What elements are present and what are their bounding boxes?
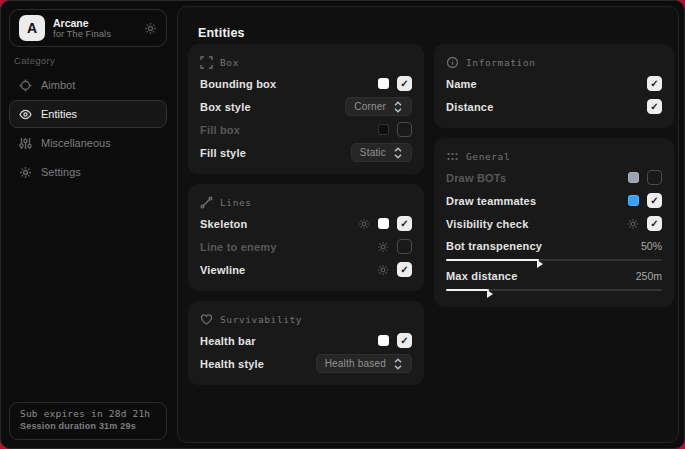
checkbox[interactable] (397, 216, 412, 231)
slider-value: 250m (636, 270, 662, 282)
slider-thumb[interactable] (487, 290, 493, 298)
setting-row-skeleton: Skeleton (200, 212, 412, 235)
grid-dots-icon (446, 150, 459, 163)
category-label: Category (14, 55, 55, 66)
page-title: Entities (198, 26, 245, 40)
setting-label: Name (446, 78, 477, 90)
subscription-info: Sub expires in 28d 21h Session duration … (9, 402, 167, 440)
checkbox[interactable] (397, 76, 412, 91)
setting-row-name: Name (446, 72, 662, 95)
gear-icon[interactable] (144, 22, 157, 35)
app-window: A Arcane for The Finals Category Aimbot … (0, 0, 685, 449)
setting-row-fill-box: Fill box (200, 118, 412, 141)
sub-expiry-text: Sub expires in 28d 21h (20, 408, 156, 419)
color-swatch[interactable] (378, 78, 389, 89)
health-style-dropdown[interactable]: Health based (316, 354, 412, 373)
column-left: Box Bounding box Box style Corner (188, 44, 424, 385)
slider-label: Bot transpenency (446, 240, 542, 252)
checkbox[interactable] (397, 333, 412, 348)
setting-row-distance: Distance (446, 95, 662, 118)
slider-max-distance: Max distance 250m (446, 267, 662, 295)
color-swatch[interactable] (378, 124, 389, 135)
box-style-dropdown[interactable]: Corner (345, 97, 412, 116)
slider-bot-transparency: Bot transpenency 50% (446, 237, 662, 265)
slider-value: 50% (641, 240, 662, 252)
sidebar-item-label: Settings (41, 166, 81, 178)
card-box: Box Bounding box Box style Corner (188, 44, 424, 174)
app-name: Arcane (53, 17, 136, 29)
checkbox[interactable] (647, 193, 662, 208)
slider-label: Max distance (446, 270, 517, 282)
setting-label: Box style (200, 101, 251, 113)
color-swatch[interactable] (378, 218, 389, 229)
setting-row-viewline: Viewline (200, 258, 412, 281)
sliders-icon (19, 137, 32, 150)
checkbox[interactable] (647, 216, 662, 231)
checkbox[interactable] (397, 122, 412, 137)
gear-icon (19, 166, 32, 179)
sidebar: A Arcane for The Finals Category Aimbot … (1, 1, 175, 448)
app-logo: A (19, 15, 45, 41)
slider-thumb[interactable] (537, 260, 543, 268)
setting-label: Distance (446, 101, 493, 113)
card-title: General (466, 151, 510, 162)
card-title: Lines (220, 197, 252, 208)
brand-card: A Arcane for The Finals (9, 9, 167, 47)
sidebar-item-settings[interactable]: Settings (9, 158, 167, 186)
card-survivability: Survivability Health bar Health style He… (188, 301, 424, 385)
setting-label: Bounding box (200, 78, 276, 90)
sidebar-item-entities[interactable]: Entities (9, 100, 167, 128)
line-icon (200, 196, 213, 209)
setting-label: Fill box (200, 124, 240, 136)
main-panel: Entities Box Bounding box Box style (177, 6, 679, 443)
setting-label: Line to enemy (200, 241, 277, 253)
fill-style-dropdown[interactable]: Static (351, 143, 412, 162)
setting-label: Draw BOTs (446, 172, 506, 184)
card-lines: Lines Skeleton Line to enemy (188, 184, 424, 291)
card-title: Survivability (220, 314, 302, 325)
sidebar-item-miscellaneous[interactable]: Miscellaneous (9, 129, 167, 157)
checkbox[interactable] (397, 262, 412, 277)
setting-label: Draw teammates (446, 195, 536, 207)
heart-icon (200, 313, 213, 326)
setting-row-visibility-check: Visibility check (446, 212, 662, 235)
sidebar-item-aimbot[interactable]: Aimbot (9, 71, 167, 99)
info-icon (446, 56, 459, 69)
slider-track[interactable] (446, 255, 662, 265)
session-duration-text: Session duration 31m 29s (20, 421, 156, 431)
box-corners-icon (200, 56, 213, 69)
setting-label: Health style (200, 358, 264, 370)
sidebar-item-label: Miscellaneous (41, 137, 111, 149)
color-swatch[interactable] (628, 195, 639, 206)
setting-label: Health bar (200, 335, 256, 347)
gear-icon[interactable] (377, 241, 389, 253)
setting-label: Viewline (200, 264, 245, 276)
gear-icon[interactable] (377, 264, 389, 276)
slider-track[interactable] (446, 285, 662, 295)
sidebar-item-label: Aimbot (41, 79, 75, 91)
setting-row-health-bar: Health bar (200, 329, 412, 352)
checkbox[interactable] (647, 170, 662, 185)
sidebar-item-label: Entities (41, 108, 77, 120)
gear-icon[interactable] (627, 218, 639, 230)
setting-row-fill-style: Fill style Static (200, 141, 412, 164)
gear-icon[interactable] (358, 218, 370, 230)
color-swatch[interactable] (628, 172, 639, 183)
checkbox[interactable] (647, 76, 662, 91)
card-title: Box (220, 57, 239, 68)
card-general: General Draw BOTs Draw teammates (434, 138, 674, 307)
setting-label: Visibility check (446, 218, 528, 230)
setting-label: Skeleton (200, 218, 247, 230)
setting-row-box-style: Box style Corner (200, 95, 412, 118)
checkbox[interactable] (397, 239, 412, 254)
crosshair-icon (19, 79, 32, 92)
setting-row-draw-bots: Draw BOTs (446, 166, 662, 189)
color-swatch[interactable] (378, 335, 389, 346)
eye-icon (19, 108, 32, 121)
card-information: Information Name Distance (434, 44, 674, 128)
checkbox[interactable] (647, 99, 662, 114)
setting-row-health-style: Health style Health based (200, 352, 412, 375)
column-right: Information Name Distance (434, 44, 674, 307)
setting-row-draw-teammates: Draw teammates (446, 189, 662, 212)
sidebar-nav: Aimbot Entities Miscellaneous Settings (9, 71, 167, 186)
